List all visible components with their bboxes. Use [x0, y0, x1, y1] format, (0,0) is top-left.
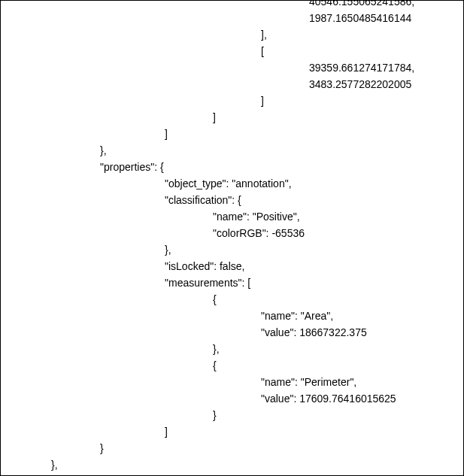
code-line: ],	[261, 29, 267, 41]
code-line: "properties": {	[100, 161, 164, 173]
code-line: 39359.661274171784,	[309, 62, 414, 74]
code-line: ]	[261, 95, 264, 107]
code-line: "name": "Area",	[261, 310, 333, 322]
code-line: }	[100, 442, 104, 454]
code-line: },	[213, 343, 220, 355]
code-line: ]	[165, 426, 168, 438]
code-line: ]	[213, 111, 216, 123]
code-line: [	[261, 45, 264, 57]
code-line: {	[213, 293, 217, 305]
code-line: ]	[165, 128, 168, 140]
code-line: },	[100, 144, 107, 156]
code-line: 40546.155065241586,	[309, 0, 414, 8]
code-line: "name": "Perimeter",	[261, 376, 356, 388]
code-line: "object_type": "annotation",	[165, 177, 292, 189]
code-line: "value": 17609.76416015625	[261, 393, 396, 405]
code-line: 3483.2577282202005	[309, 78, 411, 90]
code-line: "isLocked": false,	[165, 260, 244, 272]
code-line: "classification": {	[165, 194, 241, 206]
json-code-view: 40546.155065241586,1987.1650485416144],[…	[0, 0, 464, 476]
code-line: "value": 18667322.375	[261, 326, 367, 338]
code-line: 1987.1650485416144	[309, 12, 411, 24]
code-line: },	[165, 244, 171, 256]
code-line: "colorRGB": -65536	[213, 227, 305, 239]
code-line: {	[213, 359, 217, 371]
code-line: }	[213, 409, 217, 421]
code-line: "name": "Positive",	[213, 211, 300, 223]
code-line: },	[51, 459, 58, 471]
code-line: "measurements": [	[165, 277, 250, 289]
